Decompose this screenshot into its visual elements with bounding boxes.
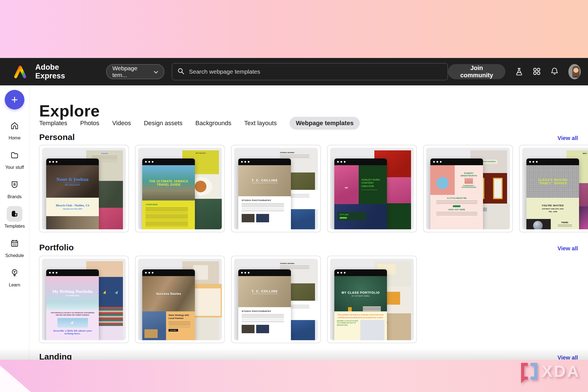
top-navbar: Adobe Express Webpage tem... Join commun… [0, 58, 588, 85]
apps-grid-icon [533, 67, 541, 76]
card-thumbnail: CAREER BEGINNINGS SNAPSHOT ROBERT BRENTW… [426, 148, 510, 229]
view-all-link[interactable]: View all [557, 135, 578, 141]
bell-icon [551, 67, 558, 76]
sidebar-item-templates[interactable]: Templates [0, 206, 29, 229]
card-thumbnail: MENU CLARA'S MAKING "FANCY" DINNER YOU'R… [522, 148, 588, 229]
template-preview: THE ULTIMATE JAMAICA TRAVEL GUIDE OVERVI… [142, 158, 195, 229]
template-card-tc-collins[interactable]: PERSONAL BRANDING: STYLING: T. C. COLLIN… [231, 145, 321, 232]
card-thumbnail: HI! ASHLEY PARK: CONTENT CREATOR STYLING [330, 148, 414, 229]
browser-bar [46, 158, 99, 165]
beaker-icon [515, 67, 523, 76]
section-heading: Personal [39, 132, 75, 142]
beaker-button[interactable] [515, 67, 523, 76]
template-preview: MY CLASS PORTFOLIO BY [STUDENT NAME] Thi… [334, 269, 387, 340]
svg-text:B: B [13, 183, 16, 186]
bottom-gradient-band [0, 360, 588, 392]
xda-watermark: XDA [521, 363, 580, 380]
view-all-link[interactable]: View all [557, 245, 578, 252]
xda-bracket-right-icon [531, 363, 537, 380]
tab-text-layouts[interactable]: Text layouts [244, 117, 277, 130]
tab-templates[interactable]: Templates [39, 117, 67, 130]
template-preview: T. C. COLLINS STUDIO PHOTOGRAPHY [238, 158, 291, 229]
sidebar-item-your-stuff[interactable]: Your stuff [0, 147, 29, 170]
chevron-down-icon [154, 68, 158, 75]
search-field[interactable] [172, 63, 448, 80]
template-preview: CLARA'S MAKING "FANCY" DINNER YOU'RE INV… [526, 158, 579, 229]
template-card-noor-joshua[interactable]: Schedule Noor & JoshuaWe're getting marr… [39, 145, 129, 232]
template-card-class-portfolio[interactable]: MY CLASS PORTFOLIO BY [STUDENT NAME] Thi… [327, 256, 417, 343]
sidebar-item-brands[interactable]: B Brands [0, 177, 29, 199]
sidebar-item-label: Schedule [5, 253, 24, 258]
template-card-robert-brentworth[interactable]: CAREER BEGINNINGS SNAPSHOT ROBERT BRENTW… [423, 145, 513, 232]
template-preview: Success Stories Sales Strategy with Loca… [142, 269, 195, 340]
user-avatar[interactable] [568, 64, 581, 79]
card-thumbnail: My Writing PortfolioBY STUDENT NAME THIS… [42, 259, 126, 340]
template-card-writing-portfolio[interactable]: My Writing PortfolioBY STUDENT NAME THIS… [39, 256, 129, 343]
tab-design-assets[interactable]: Design assets [144, 117, 183, 130]
card-thumbnail: BEST BEACHES HIGHLIGHTS THE ULTIMATE JAM… [138, 148, 222, 229]
personal-cards-row: Schedule Noor & JoshuaWe're getting marr… [39, 145, 588, 232]
template-preview: ROBERT BRENTWORTHFILMMAKER + PHOTOGRAPHE… [430, 158, 483, 229]
template-card-ashley-park[interactable]: HI! ASHLEY PARK: CONTENT CREATOR STYLING [327, 145, 417, 232]
card-thumbnail: Testimonials Success Stories Sales Strat… [138, 259, 222, 340]
xda-bracket-left-icon [521, 363, 528, 380]
search-icon [177, 67, 185, 76]
template-preview: My Writing PortfolioBY STUDENT NAME THIS… [46, 269, 99, 340]
category-dropdown[interactable]: Webpage tem... [106, 64, 164, 79]
home-icon [7, 118, 22, 134]
top-gradient-band [0, 0, 588, 58]
card-thumbnail: PERSONAL BRANDING: STYLING: T. C. COLLIN… [234, 259, 318, 340]
folder-icon [7, 147, 22, 163]
card-thumbnail: MY CLASS PORTFOLIO BY [STUDENT NAME] Thi… [330, 259, 414, 340]
lightbulb-icon [7, 265, 22, 281]
adobe-express-logo-icon[interactable] [12, 65, 28, 79]
template-card-tc-collins-2[interactable]: PERSONAL BRANDING: STYLING: T. C. COLLIN… [231, 256, 321, 343]
tab-videos[interactable]: Videos [112, 117, 131, 130]
brand-shield-icon: B [7, 177, 22, 192]
notifications-button[interactable] [551, 67, 558, 76]
sidebar-item-label: Templates [4, 224, 25, 229]
category-dropdown-value: Webpage tem... [112, 65, 150, 78]
join-community-button[interactable]: Join community [448, 64, 505, 79]
section-header-personal: Personal View all [39, 132, 578, 142]
tab-webpage-templates[interactable]: Webpage templates [290, 117, 360, 130]
template-preview: Noor & JoshuaWe're getting married! Blea… [46, 158, 99, 229]
template-card-jamaica-guide[interactable]: BEST BEACHES HIGHLIGHTS THE ULTIMATE JAM… [135, 145, 225, 232]
section-header-portfolio: Portfolio View all [39, 243, 578, 252]
thumb-button: Learn More [169, 329, 178, 332]
template-preview: HI! ASHLEY PARK: CONTENT CREATOR STYLING [334, 158, 387, 229]
left-sidebar: + Home Your stuff B Brands Templates [0, 85, 29, 360]
create-new-button[interactable]: + [5, 90, 24, 109]
calendar-icon [7, 235, 22, 251]
app-title: Adobe Express [35, 63, 87, 80]
tab-backgrounds[interactable]: Backgrounds [195, 117, 231, 130]
sidebar-item-label: Home [9, 136, 21, 141]
sidebar-item-label: Brands [8, 194, 22, 199]
section-heading: Portfolio [39, 243, 74, 252]
sidebar-item-learn[interactable]: Learn [0, 265, 29, 288]
sidebar-item-label: Your stuff [5, 165, 24, 170]
tab-photos[interactable]: Photos [80, 117, 99, 130]
portfolio-cards-row: My Writing PortfolioBY STUDENT NAME THIS… [39, 256, 417, 343]
apps-grid-button[interactable] [533, 67, 541, 76]
explore-tabs: Templates Photos Videos Design assets Ba… [39, 117, 360, 130]
deco-corner [0, 365, 31, 392]
main-content: Explore Templates Photos Videos Design a… [29, 85, 588, 360]
card-thumbnail: PERSONAL BRANDING: STYLING: T. C. COLLIN… [234, 148, 318, 229]
template-card-clara-dinner[interactable]: MENU CLARA'S MAKING "FANCY" DINNER YOU'R… [519, 145, 588, 232]
card-thumbnail: Schedule Noor & JoshuaWe're getting marr… [42, 148, 126, 229]
bottom-shadow [0, 348, 588, 360]
sidebar-item-label: Learn [9, 283, 20, 288]
sidebar-item-home[interactable]: Home [0, 118, 29, 141]
sidebar-item-schedule[interactable]: Schedule [0, 235, 29, 258]
template-preview: T. C. COLLINS STUDIO PHOTOGRAPHY [238, 269, 291, 340]
templates-icon [7, 206, 22, 222]
template-card-success-stories[interactable]: Testimonials Success Stories Sales Strat… [135, 256, 225, 343]
search-input[interactable] [188, 68, 442, 75]
xda-logo-text: XDA [542, 363, 580, 379]
